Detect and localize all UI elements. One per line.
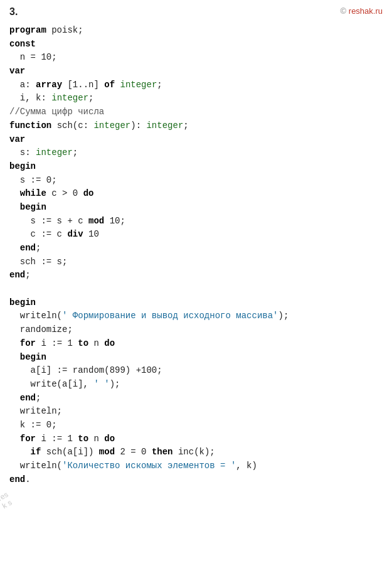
- code-block: program poisk; const n = 10; var a: arra…: [9, 24, 383, 486]
- problem-number: 3.: [9, 6, 18, 18]
- header: 3. © reshak.ru: [9, 6, 383, 18]
- watermark: © reshak.ru: [341, 6, 383, 16]
- bottom-watermark: resk s: [0, 490, 14, 511]
